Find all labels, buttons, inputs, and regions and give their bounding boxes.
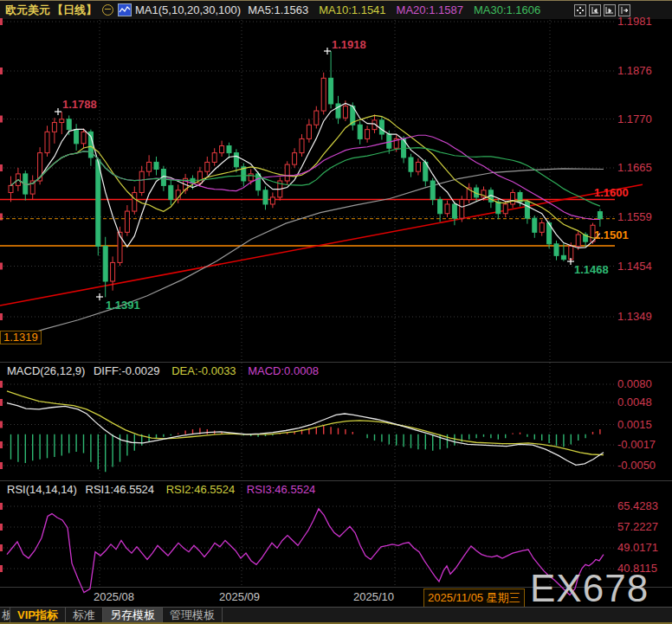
- macd-axis-label: 0.0080: [617, 378, 652, 390]
- macd-diff-value: DIFF:-0.0029: [94, 364, 160, 377]
- price-axis-label: 1.1770: [617, 113, 652, 125]
- price-axis-label: 1.1349: [617, 311, 652, 323]
- month-label-oct: 2025/10: [353, 590, 394, 603]
- price-annotation: 1.1788: [62, 99, 97, 110]
- chart-stage[interactable]: EX678: [0, 0, 672, 624]
- macd-dea-value: DEA:-0.0033: [171, 364, 236, 377]
- tab-save-template[interactable]: 另存模板: [103, 608, 163, 622]
- rsi-axis-label: 49.0171: [617, 542, 658, 554]
- price-annotation: 1.1501: [594, 229, 629, 241]
- month-label-aug: 2025/08: [94, 590, 134, 603]
- rsi-axis-label: 65.4283: [617, 500, 658, 512]
- macd-header: MACD(26,12,9) DIFF:-0.0029 DEA:-0.0033 M…: [7, 364, 319, 377]
- rsi-header: RSI(14,14,14) RSI1:46.5524 RSI2:46.5524 …: [7, 483, 315, 496]
- price-axis-label: 1.1665: [617, 162, 652, 174]
- marked-price-label: 1.1319: [0, 331, 42, 344]
- price-annotation: 1.1918: [332, 39, 366, 50]
- rsi2-value: RSI2:46.5524: [166, 483, 236, 496]
- price-annotation: 1.1391: [106, 299, 140, 311]
- macd-name: MACD(26,12,9): [7, 364, 85, 377]
- tab-standard[interactable]: 标准: [66, 608, 103, 622]
- macd-axis-label: 0.0015: [617, 419, 652, 431]
- watermark: EX678: [530, 567, 649, 610]
- macd-axis-label: 0.0048: [617, 396, 652, 408]
- price-axis-label: 1.1876: [617, 65, 652, 77]
- price-annotation: 1.1600: [594, 187, 629, 198]
- current-date-badge: 2025/11/05 星期三: [423, 589, 525, 608]
- macd-value: MACD:0.0008: [248, 364, 319, 377]
- price-axis-label: 1.1981: [617, 16, 652, 28]
- trading-app-window: EX678 欧元美元 【日线】 MA1(5,10,20,30,100) MA5:…: [0, 0, 672, 624]
- rsi-axis-label: 57.2227: [617, 521, 658, 533]
- tab-fragment[interactable]: 板: [0, 608, 10, 622]
- tab-vip-indicators[interactable]: VIP指标: [10, 608, 66, 622]
- macd-axis-label: -0.0017: [617, 439, 656, 451]
- price-axis-label: 1.1559: [617, 211, 652, 223]
- month-label-sep: 2025/09: [219, 590, 260, 603]
- price-annotation: 1.1468: [574, 264, 609, 275]
- rsi1-value: RSI1:46.5524: [86, 483, 155, 496]
- price-axis-label: 1.1454: [617, 261, 652, 273]
- chart-canvas[interactable]: [0, 0, 672, 624]
- tab-manage-template[interactable]: 管理模板: [163, 608, 223, 622]
- macd-axis-label: -0.0050: [617, 460, 656, 472]
- rsi3-value: RSI3:46.5524: [247, 483, 316, 496]
- rsi-name: RSI(14,14,14): [7, 483, 77, 496]
